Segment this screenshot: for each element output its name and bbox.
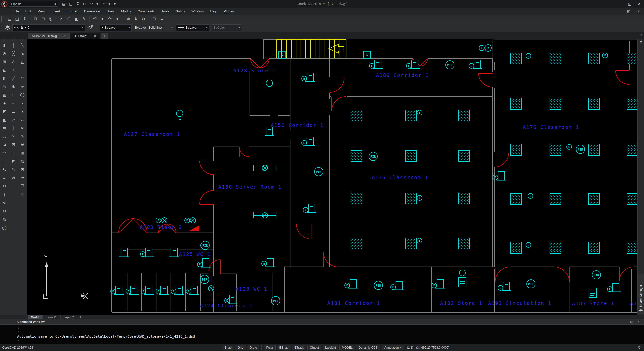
lweight-toggle[interactable]: LWeight [323,345,338,350]
menu-constraints[interactable]: Constraints [134,8,158,15]
chamfer-tool[interactable]: ◢ [0,140,8,149]
curve-tool[interactable]: ∿ [0,198,8,207]
print-icon[interactable]: ⊟ [32,15,39,22]
scale-tool[interactable]: ◩ [0,107,8,116]
menu-view[interactable]: View [34,8,48,15]
cmd-close-button[interactable]: × [635,319,642,324]
menu-window[interactable]: Window [188,8,207,15]
text-box-tool[interactable]: ☐ [18,182,26,190]
ellipse-tool[interactable]: ◗ [18,107,26,116]
toolbar-drag-handle[interactable] [1,16,3,22]
undo-caret-icon[interactable]: ▾ [99,15,106,22]
cross-mark-tool[interactable]: × [9,132,17,140]
circle-tool[interactable]: ◯ [18,91,26,99]
perpendicular-tool[interactable]: ⊥ [9,66,17,74]
rectangle-tool[interactable]: ▭ [18,66,26,74]
points-tool[interactable]: ∷ [18,116,26,124]
smart-dimension-tool[interactable]: ┼ [9,41,17,49]
close-tab-icon[interactable]: × [63,34,65,38]
menu-solids[interactable]: Solids [172,8,188,15]
layers-manager-tab[interactable]: Layers Manager [638,274,644,314]
save-icon[interactable]: ↧ [21,15,28,22]
menu-plugins[interactable]: Plugins [220,8,238,15]
layers-icon[interactable] [4,25,11,31]
open-icon[interactable]: ◳ [13,15,21,22]
node-edit-tool[interactable]: ⊙ [0,207,8,215]
line-tool[interactable]: ╲ [18,41,26,49]
hatch-tool[interactable]: ▨ [18,157,26,165]
command-window-body[interactable]: : : Automatic save to C:\Users\trees\App… [0,325,644,344]
redo-caret-icon[interactable]: ▾ [107,1,112,7]
cmd-float-button[interactable]: ◱ [628,319,635,324]
layer-select[interactable]: ● ◇ ● 0 ▾ [12,24,85,31]
pan-icon[interactable]: ⊕ [125,15,132,22]
new-drawing-icon[interactable]: ▤ [60,1,67,7]
annotate-tool[interactable]: ✎ [9,165,17,174]
split-tool[interactable]: ∤ [0,190,8,198]
doc-tab-noname[interactable]: NONAME_0.dwg × [28,33,70,39]
workspace-select[interactable]: Classic ▾ [9,1,58,7]
menu-modify[interactable]: Modify [118,8,134,15]
customize-caret-icon[interactable]: ▾ [112,1,118,7]
doc-restore-button[interactable]: ◱ [624,8,633,15]
ortho-toggle[interactable]: Ortho [247,345,259,350]
menu-file[interactable]: File [10,8,22,15]
redo-icon[interactable]: ↷ [106,15,114,22]
command-window-header[interactable]: Command Window ◱ × [0,319,644,325]
offset-tool[interactable]: ◧ [0,74,8,82]
circle-ref-tool[interactable]: ◌ [9,91,17,99]
angle-tool[interactable]: ∠ [9,58,17,66]
menu-edit[interactable]: Edit [22,8,34,15]
redo-caret-icon[interactable]: ▾ [114,15,121,22]
ellipse-arc-tool[interactable]: ◖ [18,99,26,107]
grid-toggle[interactable]: Grid [235,345,246,350]
pin-icon[interactable] [639,40,643,44]
tab-group-close-icon[interactable]: × [640,33,642,37]
revision-cloud-tool[interactable]: ◌ [18,190,26,198]
print-icon[interactable]: ⊟ [81,1,88,7]
move-tool[interactable]: ◈ [0,99,8,107]
close-button[interactable]: × [634,0,644,7]
zoom-dynamic-icon[interactable]: ⇕ [132,15,140,22]
propsbar-drag-handle[interactable] [1,25,3,30]
point-tool[interactable]: ⊡ [9,140,17,149]
components-icon[interactable]: ⊡ [150,15,158,22]
etrack-toggle[interactable]: ETrack [292,345,306,350]
paste-icon[interactable]: ▣ [73,15,80,22]
text-frame-tool[interactable]: ▭ [9,107,17,116]
qinput-toggle[interactable]: QInput [307,345,321,350]
menu-format[interactable]: Format [63,8,81,15]
undo-caret-icon[interactable]: ▾ [95,1,100,7]
spline-tool[interactable]: ∿ [18,82,26,91]
model-toggle[interactable]: MODEL [339,345,355,350]
tab-layout1[interactable]: Layout1 [43,315,60,319]
boundary-tool[interactable]: ⊠ [18,165,26,174]
restore-button[interactable]: ◱ [625,0,634,7]
pattern-tool[interactable]: ▦ [0,91,8,99]
stretch-tool[interactable]: ▣ [0,116,8,124]
menu-dimension[interactable]: Dimension [81,8,103,15]
leader-tool[interactable]: ↗ [9,116,17,124]
new-tab-button[interactable]: + [101,33,108,39]
hatch-edit-tool[interactable]: ▨ [0,215,8,223]
ccs-rotate-icon[interactable]: ↻ [638,345,641,350]
layer-properties-icon[interactable] [87,25,94,31]
menu-tools[interactable]: Tools [158,8,173,15]
parallelogram-tool[interactable]: ▱ [18,174,26,182]
delete-tool[interactable]: ⊘ [0,49,8,58]
new-icon[interactable]: ▤ [6,15,13,22]
copy-tool[interactable]: ⊞ [0,58,8,66]
line-style-select[interactable]: ByLayer Solid line ▾ [133,24,174,31]
freehand-tool[interactable]: ≈ [18,124,26,132]
center-mark-tool[interactable]: ◉ [9,82,17,91]
intersect-tool[interactable]: ╳ [9,49,17,58]
line-color-select[interactable]: ● ByLayer ▾ [100,24,132,31]
quadrant-tool[interactable]: ◐ [9,99,17,107]
parallel-tool[interactable]: ∥ [9,124,17,132]
zoom-extents-icon[interactable]: ⊙ [140,15,147,22]
open-drawing-icon[interactable]: ◳ [67,1,74,7]
align-tool[interactable]: ↔ [0,157,8,165]
minimize-button[interactable]: − [615,0,625,7]
plot-preview-icon[interactable]: ◎ [47,15,54,22]
insert-block-tool[interactable]: ⊞ [18,149,26,157]
